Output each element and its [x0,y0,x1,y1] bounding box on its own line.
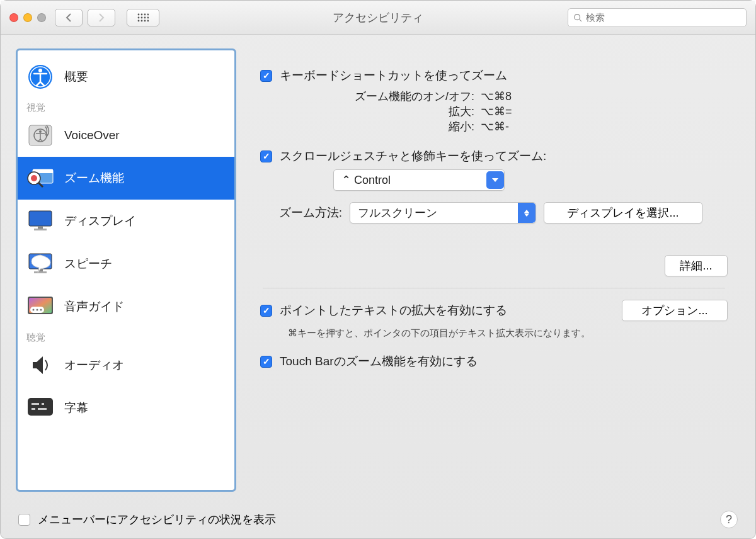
sidebar-item-label: オーディオ [64,357,124,373]
titlebar: アクセシビリティ [1,1,755,35]
svg-point-23 [31,175,37,181]
svg-point-2 [144,13,146,15]
show-all-button[interactable] [127,9,159,26]
svg-point-19 [39,130,42,133]
menubar-status-checkbox[interactable]: ✓ [18,514,30,526]
svg-point-8 [138,20,140,21]
hover-text-checkbox[interactable]: ✓ [260,305,272,317]
scroll-zoom-row: ✓ スクロールジェスチャと修飾キーを使ってズーム: [260,148,728,164]
choose-display-button[interactable]: ディスプレイを選択... [544,202,702,224]
svg-point-3 [147,13,149,15]
scroll-zoom-label: スクロールジェスチャと修飾キーを使ってズーム: [280,148,546,164]
sidebar-item-label: 概要 [64,69,88,85]
sidebar-item-label: ディスプレイ [64,213,136,229]
updown-icon [518,203,536,223]
svg-rect-38 [32,403,39,405]
voiceover-icon [26,122,54,149]
svg-point-4 [138,16,140,18]
scroll-zoom-checkbox[interactable]: ✓ [260,150,272,162]
sidebar-item-label: スピーチ [64,256,112,272]
svg-point-10 [144,20,146,21]
sidebar-item-speech[interactable]: スピーチ [18,242,234,285]
zoom-method-row: ズーム方法: フルスクリーン ディスプレイを選択... [260,202,728,224]
zoom-out-label: 縮小: [323,119,474,134]
svg-point-9 [141,20,143,21]
descriptions-icon [26,293,54,321]
hover-text-row: ✓ ポイントしたテキストの拡大を有効にする オプション... [260,300,728,321]
zoom-out-keys: ⌥⌘- [481,120,509,133]
zoom-icon [37,13,46,22]
keyboard-zoom-label: キーボードショートカットを使ってズーム [280,67,507,84]
hover-help-text: ⌘キーを押すと、ポインタの下の項目がテキスト拡大表示になります。 [288,327,728,339]
content-area: 概要 視覚 VoiceOver ズーム機能 [1,35,755,538]
divider [263,288,725,288]
zoom-in-label: 拡大: [323,104,474,119]
sidebar-item-label: 音声ガイド [64,298,124,315]
settings-pane: ✓ キーボードショートカットを使ってズーム ズーム機能のオン/オフ:⌥⌘8 拡大… [249,50,739,507]
sidebar-item-descriptions[interactable]: 音声ガイド [18,285,234,328]
forward-button[interactable] [88,9,115,26]
zoom-method-label: ズーム方法: [260,205,342,221]
toggle-zoom-keys: ⌥⌘8 [481,89,512,103]
sidebar-section-vision: 視覚 [18,98,234,114]
speech-icon [26,250,54,278]
display-icon [26,207,54,235]
zoom-feature-icon [26,164,54,192]
preferences-window: アクセシビリティ 概要 視覚 VoiceOver [0,0,756,539]
svg-point-36 [40,309,42,311]
zoom-in-keys: ⌥⌘= [481,105,512,118]
touchbar-zoom-checkbox[interactable]: ✓ [260,356,272,368]
back-button[interactable] [55,9,83,26]
touchbar-zoom-label: Touch Barのズーム機能を有効にする [280,353,478,370]
footer: ✓ メニューバーにアクセシビリティの状況を表示 ? [17,507,739,530]
svg-point-12 [575,14,580,20]
zoom-method-select[interactable]: フルスクリーン [350,202,536,224]
svg-point-34 [33,309,35,311]
help-button[interactable]: ? [720,511,738,528]
sidebar-item-overview[interactable]: 概要 [18,55,234,98]
zoom-method-value: フルスクリーン [358,205,437,220]
svg-rect-40 [32,408,35,410]
search-input[interactable] [586,12,741,23]
svg-point-7 [147,16,149,18]
keyboard-zoom-row: ✓ キーボードショートカットを使ってズーム [260,67,728,84]
svg-rect-30 [34,271,47,273]
svg-point-15 [38,69,42,72]
sidebar-item-zoom[interactable]: ズーム機能 [18,157,234,200]
svg-rect-39 [42,403,44,405]
svg-point-35 [37,309,38,311]
nav-buttons [55,9,159,26]
minimize-icon[interactable] [23,13,32,22]
window-controls [9,13,46,22]
sidebar-item-label: 字幕 [64,400,88,416]
audio-icon [26,351,54,379]
captions-icon [26,394,54,422]
svg-rect-41 [38,408,47,410]
advanced-button[interactable]: 詳細... [665,255,728,276]
svg-rect-26 [38,226,43,229]
accessibility-icon [26,63,54,91]
modifier-key-value: ⌃ Control [341,173,391,187]
close-icon[interactable] [9,13,18,22]
sidebar-item-label: VoiceOver [64,128,120,142]
search-field[interactable] [568,8,747,27]
sidebar-item-label: ズーム機能 [64,170,124,186]
modifier-key-select[interactable]: ⌃ Control [333,169,505,191]
window-title: アクセシビリティ [333,10,423,25]
touchbar-zoom-row: ✓ Touch Barのズーム機能を有効にする [260,353,728,370]
sidebar-item-audio[interactable]: オーディオ [18,344,234,387]
sidebar-item-voiceover[interactable]: VoiceOver [18,114,234,157]
sidebar-section-hearing: 聴覚 [18,328,234,344]
hover-options-button[interactable]: オプション... [622,300,728,321]
svg-rect-37 [28,398,53,416]
category-sidebar[interactable]: 概要 視覚 VoiceOver ズーム機能 [17,50,235,491]
svg-line-13 [580,19,582,21]
keyboard-zoom-checkbox[interactable]: ✓ [260,70,272,82]
svg-point-5 [141,16,143,18]
sidebar-item-display[interactable]: ディスプレイ [18,200,234,242]
search-icon [573,13,582,22]
sidebar-item-captions[interactable]: 字幕 [18,387,234,429]
menubar-status-label: メニューバーにアクセシビリティの状況を表示 [38,512,276,527]
svg-point-6 [144,16,146,18]
svg-rect-27 [34,229,47,230]
